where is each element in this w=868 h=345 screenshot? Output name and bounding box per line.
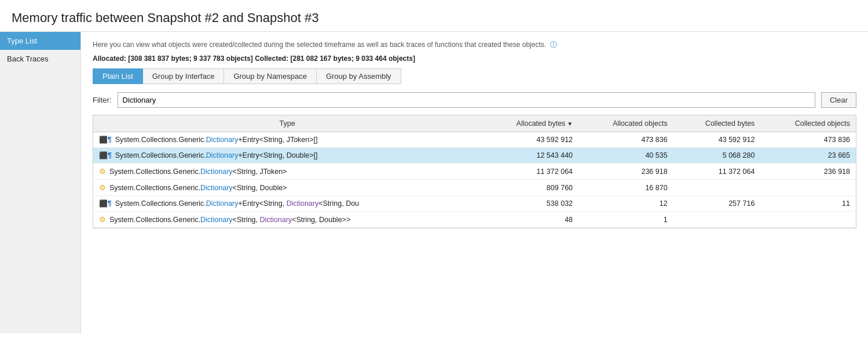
cell-allocated-bytes: 43 592 912 <box>481 132 578 148</box>
cell-collected-bytes <box>673 212 761 228</box>
cell-collected-objects <box>760 212 856 228</box>
clear-button[interactable]: Clear <box>821 92 856 108</box>
col-header-collected-objects[interactable]: Collected objects <box>760 115 856 132</box>
cell-allocated-bytes: 11 372 064 <box>481 164 578 180</box>
info-text: Here you can view what objects were crea… <box>93 40 856 50</box>
data-table-wrap: Type Allocated bytes Allocated objects C… <box>93 115 856 228</box>
cell-collected-bytes: 5 068 280 <box>673 148 761 164</box>
sidebar-item-back-traces[interactable]: Back Traces <box>0 50 80 68</box>
cell-allocated-objects: 1 <box>578 212 673 228</box>
struct-icon: ⬛¶ <box>99 199 112 208</box>
table-row[interactable]: ⚙ System.Collections.Generic.Dictionary<… <box>93 164 856 180</box>
cell-collected-bytes: 43 592 912 <box>673 132 761 148</box>
tab-plain-list[interactable]: Plain List <box>93 68 143 84</box>
cell-collected-bytes <box>673 180 761 196</box>
struct-icon: ⬛¶ <box>99 136 112 144</box>
tab-bar: Plain List Group by Interface Group by N… <box>93 68 856 84</box>
filter-input[interactable] <box>118 92 815 108</box>
sidebar: Type List Back Traces <box>0 32 81 333</box>
col-header-collected-bytes[interactable]: Collected bytes <box>673 115 761 132</box>
tab-group-by-interface[interactable]: Group by Interface <box>143 68 225 84</box>
table-row[interactable]: ⚙ System.Collections.Generic.Dictionary<… <box>93 212 856 228</box>
data-table: Type Allocated bytes Allocated objects C… <box>93 115 856 228</box>
filter-label: Filter: <box>93 96 112 104</box>
cell-allocated-objects: 12 <box>578 196 673 212</box>
cell-allocated-objects: 40 535 <box>578 148 673 164</box>
cell-collected-objects: 23 665 <box>760 148 856 164</box>
table-row[interactable]: ⚙ System.Collections.Generic.Dictionary<… <box>93 180 856 196</box>
cell-allocated-bytes: 809 760 <box>481 180 578 196</box>
class-icon: ⚙ <box>99 215 106 224</box>
sidebar-item-type-list[interactable]: Type List <box>0 32 80 50</box>
cell-allocated-bytes: 538 032 <box>481 196 578 212</box>
col-header-type: Type <box>93 115 481 132</box>
cell-collected-objects <box>760 180 856 196</box>
class-icon: ⚙ <box>99 183 106 192</box>
tab-group-by-assembly[interactable]: Group by Assembly <box>317 68 401 84</box>
alloc-text: Allocated: [308 381 837 bytes; 9 337 783… <box>93 55 856 63</box>
cell-allocated-objects: 236 918 <box>578 164 673 180</box>
filter-row: Filter: Clear <box>93 92 856 108</box>
col-header-allocated-bytes[interactable]: Allocated bytes <box>481 115 578 132</box>
cell-allocated-bytes: 48 <box>481 212 578 228</box>
tab-group-by-namespace[interactable]: Group by Namespace <box>224 68 316 84</box>
table-row[interactable]: ⬛¶ System.Collections.Generic.Dictionary… <box>93 132 856 148</box>
table-row[interactable]: ⬛¶ System.Collections.Generic.Dictionary… <box>93 196 856 212</box>
cell-collected-objects: 473 836 <box>760 132 856 148</box>
info-icon: ⓘ <box>550 41 557 49</box>
cell-collected-objects: 236 918 <box>760 164 856 180</box>
cell-collected-bytes: 257 716 <box>673 196 761 212</box>
col-header-allocated-objects[interactable]: Allocated objects <box>578 115 673 132</box>
struct-icon: ⬛¶ <box>99 151 112 159</box>
table-row[interactable]: ⬛¶ System.Collections.Generic.Dictionary… <box>93 148 856 164</box>
page-title: Memory traffic between Snapshot #2 and S… <box>12 10 856 26</box>
cell-collected-objects: 11 <box>760 196 856 212</box>
cell-allocated-objects: 473 836 <box>578 132 673 148</box>
main-content: Here you can view what objects were crea… <box>81 32 868 333</box>
cell-collected-bytes: 11 372 064 <box>673 164 761 180</box>
cell-allocated-objects: 16 870 <box>578 180 673 196</box>
class-icon: ⚙ <box>99 167 106 176</box>
cell-allocated-bytes: 12 543 440 <box>481 148 578 164</box>
